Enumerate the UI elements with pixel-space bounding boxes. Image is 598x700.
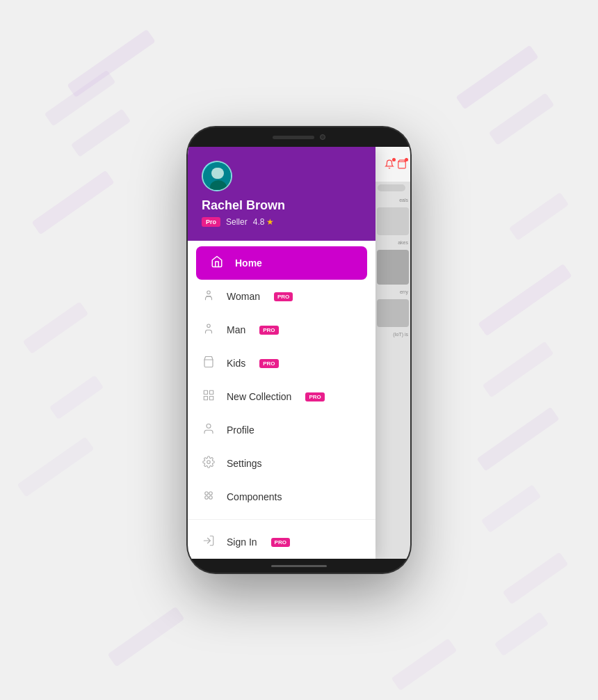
nav-item-man[interactable]: Man PRO	[188, 313, 375, 347]
pro-badge: Pro	[202, 217, 220, 227]
glimpse-search	[375, 182, 410, 194]
seller-label: Seller	[226, 217, 248, 227]
svg-point-13	[207, 461, 211, 464]
rating-value: 4.8 ★	[253, 217, 275, 227]
notification-bell-icon	[385, 159, 394, 169]
svg-rect-11	[210, 397, 213, 400]
avatar-image	[203, 162, 231, 190]
glimpse-text-takes: akes	[375, 237, 410, 248]
nav-item-kids[interactable]: Kids PRO	[188, 347, 375, 380]
sign-in-pro-tag: PRO	[271, 538, 290, 547]
nav-item-new-collection[interactable]: New Collection PRO	[188, 380, 375, 413]
glimpse-text-erry: erry	[375, 286, 410, 298]
star-icon: ★	[266, 217, 274, 227]
sign-in-icon	[202, 534, 216, 550]
components-icon	[202, 489, 216, 504]
navigation-drawer: Rachel Brown Pro Seller 4.8 ★	[188, 147, 375, 559]
glimpse-header	[375, 147, 410, 182]
settings-icon	[202, 456, 216, 471]
nav-label-new-collection: New Collection	[227, 391, 291, 402]
glimpse-text-deals: eals	[375, 194, 410, 206]
svg-rect-9	[210, 390, 213, 394]
svg-point-4	[207, 291, 211, 294]
phone-camera	[320, 134, 325, 140]
glimpse-card-1	[377, 207, 409, 235]
nav-label-components: Components	[227, 491, 282, 502]
new-collection-pro-tag: PRO	[305, 392, 324, 401]
phone-screen: eals akes erry (IoT) is	[188, 147, 410, 559]
nav-label-woman: Woman	[227, 291, 260, 302]
svg-point-12	[207, 424, 211, 428]
drawer-nav: Home Woman PRO	[188, 241, 375, 559]
nav-item-woman[interactable]: Woman PRO	[188, 280, 375, 313]
nav-item-sign-in[interactable]: Sign In PRO	[188, 525, 375, 559]
home-icon	[210, 255, 224, 271]
kids-pro-tag: PRO	[259, 359, 278, 368]
svg-point-2	[213, 168, 224, 179]
phone-bottom-bar	[188, 559, 410, 573]
phone-device: eals akes erry (IoT) is	[188, 127, 410, 573]
grid-icon	[202, 389, 216, 404]
nav-item-settings[interactable]: Settings	[188, 447, 375, 480]
svg-rect-10	[204, 397, 207, 400]
kids-icon	[202, 356, 216, 371]
nav-item-components[interactable]: Components	[188, 480, 375, 514]
app-background-glimpse: eals akes erry (IoT) is	[375, 147, 410, 559]
glimpse-card-2	[377, 250, 409, 285]
phone-top-bar	[188, 127, 410, 147]
svg-point-16	[205, 496, 209, 500]
home-indicator	[271, 565, 327, 567]
woman-pro-tag: PRO	[274, 292, 293, 301]
nav-item-home[interactable]: Home	[196, 246, 367, 280]
svg-point-17	[209, 496, 213, 500]
svg-point-6	[207, 324, 211, 328]
user-badges: Pro Seller 4.8 ★	[202, 217, 362, 227]
phone-speaker	[273, 136, 314, 139]
profile-icon	[202, 422, 216, 438]
svg-rect-8	[204, 390, 207, 394]
svg-point-14	[205, 492, 209, 495]
avatar	[202, 161, 232, 191]
svg-point-15	[209, 492, 213, 495]
nav-label-man: Man	[227, 324, 245, 335]
woman-icon	[202, 289, 216, 304]
glimpse-text-iot: (IoT) is	[375, 328, 410, 340]
nav-label-profile: Profile	[227, 424, 254, 436]
user-name: Rachel Brown	[202, 198, 362, 213]
nav-label-home: Home	[235, 257, 262, 269]
drawer-header: Rachel Brown Pro Seller 4.8 ★	[188, 147, 375, 241]
man-pro-tag: PRO	[259, 326, 278, 335]
nav-label-kids: Kids	[227, 358, 245, 369]
nav-divider	[188, 519, 375, 520]
cart-icon	[397, 159, 407, 169]
nav-label-settings: Settings	[227, 458, 262, 469]
glimpse-card-3	[377, 299, 409, 327]
nav-label-sign-in: Sign In	[227, 536, 257, 548]
man-icon	[202, 322, 216, 337]
nav-item-profile[interactable]: Profile	[188, 413, 375, 447]
